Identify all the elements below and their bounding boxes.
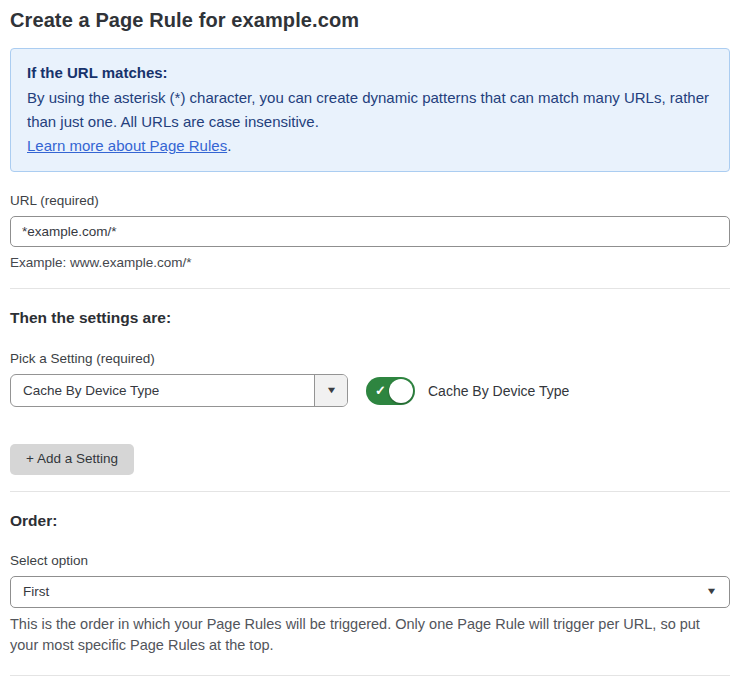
chevron-down-icon: ▼ — [325, 386, 337, 395]
footer-divider — [10, 675, 730, 676]
url-input[interactable] — [10, 216, 730, 247]
order-select[interactable]: First ▼ — [10, 576, 730, 608]
learn-more-link[interactable]: Learn more about Page Rules — [27, 137, 227, 154]
select-option-label: Select option — [10, 553, 730, 568]
info-box-heading: If the URL matches: — [27, 61, 713, 85]
toggle-knob — [389, 379, 413, 403]
divider — [10, 288, 730, 289]
divider — [10, 491, 730, 492]
page-title: Create a Page Rule for example.com — [10, 9, 730, 32]
settings-section-heading: Then the settings are: — [10, 309, 730, 327]
toggle-label: Cache By Device Type — [428, 383, 569, 399]
order-section-heading: Order: — [10, 512, 730, 530]
url-helper-text: Example: www.example.com/* — [10, 255, 730, 270]
create-page-rule-form: Create a Page Rule for example.com If th… — [0, 0, 750, 688]
setting-select-arrow-button[interactable]: ▼ — [314, 375, 347, 406]
info-box-link-line: Learn more about Page Rules. — [27, 134, 713, 158]
order-helper-text: This is the order in which your Page Rul… — [10, 614, 730, 657]
info-box-body: By using the asterisk (*) character, you… — [27, 86, 713, 134]
chevron-down-icon: ▼ — [706, 587, 718, 596]
add-setting-button[interactable]: + Add a Setting — [10, 444, 134, 475]
setting-row: Cache By Device Type ▼ ✓ Cache By Device… — [10, 374, 730, 407]
url-label: URL (required) — [10, 193, 730, 208]
pick-setting-label: Pick a Setting (required) — [10, 351, 730, 366]
order-select-value: First — [23, 584, 49, 599]
url-match-info-box: If the URL matches: By using the asteris… — [10, 48, 730, 172]
link-period: . — [227, 137, 231, 154]
setting-select-value: Cache By Device Type — [11, 375, 314, 406]
setting-select[interactable]: Cache By Device Type ▼ — [10, 374, 348, 407]
cache-device-toggle[interactable]: ✓ — [366, 377, 415, 405]
check-icon: ✓ — [375, 383, 386, 398]
